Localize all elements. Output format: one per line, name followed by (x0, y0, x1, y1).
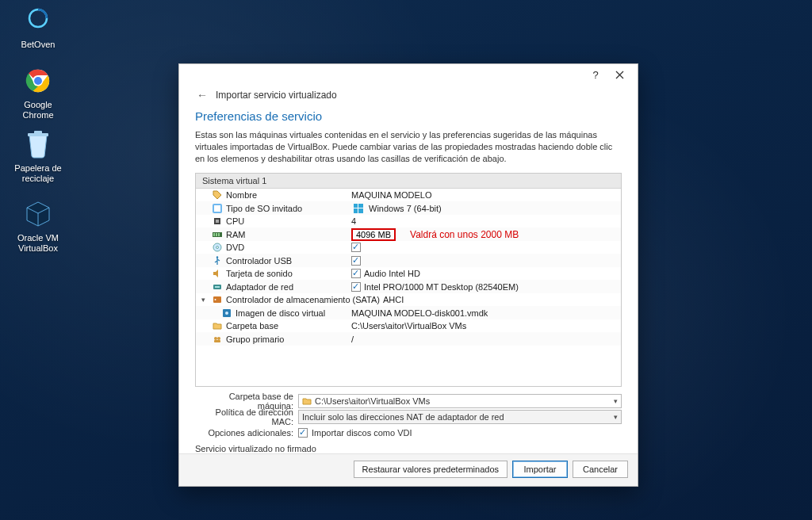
svg-rect-22 (215, 286, 220, 288)
settings-table: Sistema virtual 1 Nombre MAQUINA MODELO … (195, 173, 622, 387)
svg-rect-8 (354, 204, 358, 208)
close-button[interactable] (607, 66, 631, 85)
chevron-down-icon: ▾ (614, 397, 618, 405)
desktop-icon-label: BetOven (8, 40, 68, 50)
desktop-icon-betoven[interactable]: BetOven (8, 5, 68, 50)
windows-icon (351, 204, 366, 213)
row-name[interactable]: Nombre MAQUINA MODELO (196, 189, 621, 202)
desktop-icon-label: Oracle VM VirtualBox (8, 233, 68, 253)
storage-icon (210, 295, 224, 304)
cpu-icon (210, 216, 224, 226)
back-arrow-icon[interactable]: ← (195, 89, 209, 101)
restore-defaults-button[interactable]: Restaurar valores predeterminados (354, 461, 508, 478)
row-ram[interactable]: RAM 4096 MB Valdrá con unos 2000 MB (196, 228, 621, 241)
desktop-icon-label: Papelera de reciclaje (8, 163, 68, 183)
cancel-button[interactable]: Cancelar (573, 461, 628, 478)
svg-point-28 (217, 337, 220, 340)
import-button[interactable]: Importar (512, 461, 568, 478)
breadcrumb: ← Importar servicio virtualizado (179, 86, 638, 106)
help-button[interactable]: ? (584, 66, 607, 85)
import-vdi-label: Importar discos como VDI (312, 428, 412, 438)
additional-options-label: Opciones adicionales: (195, 428, 298, 438)
expand-toggle[interactable]: ▾ (196, 296, 210, 304)
checkbox[interactable] (351, 256, 361, 266)
ram-annotation: Valdrá con unos 2000 MB (410, 229, 519, 240)
svg-rect-7 (214, 205, 220, 212)
base-folder-combo[interactable]: C:\Users\aitor\VirtualBox VMs ▾ (298, 394, 622, 408)
checkbox[interactable] (351, 243, 361, 252)
button-bar: Restaurar valores predeterminados Import… (179, 453, 638, 486)
row-usb[interactable]: Controlador USB (196, 254, 621, 267)
row-disk-image[interactable]: Imagen de disco virtual MAQUINA MODELO-d… (196, 306, 621, 319)
svg-point-20 (216, 256, 218, 258)
svg-rect-15 (213, 233, 215, 236)
chrome-icon (22, 65, 54, 97)
row-cpu[interactable]: CPU 4 (196, 215, 621, 228)
virtualbox-icon (22, 198, 54, 230)
import-dialog: ? ← Importar servicio virtualizado Prefe… (178, 63, 638, 487)
speaker-icon (210, 269, 224, 278)
folder-icon (302, 396, 312, 406)
desktop-icon-recycle[interactable]: Papelera de reciclaje (8, 128, 68, 183)
ram-value-highlight: 4096 MB (351, 228, 396, 241)
svg-rect-11 (358, 208, 363, 213)
app-icon (22, 5, 54, 36)
folder-icon (210, 321, 224, 331)
row-storage-controller[interactable]: ▾ Controlador de almacenamiento (SATA) A… (196, 293, 621, 307)
svg-rect-17 (218, 233, 220, 236)
svg-rect-13 (216, 220, 219, 223)
row-primary-group[interactable]: Grupo primario / (196, 332, 621, 346)
desktop-icon-label: Google Chrome (8, 100, 68, 120)
section-description: Estas son las máquinas virtuales conteni… (179, 129, 638, 173)
import-vdi-checkbox[interactable] (298, 428, 308, 438)
checkbox[interactable] (351, 269, 361, 278)
svg-point-24 (215, 299, 216, 300)
recycle-bin-icon (22, 128, 54, 160)
row-audio[interactable]: Tarjeta de sonido Audio Intel HD (196, 267, 621, 281)
svg-rect-9 (358, 204, 363, 208)
titlebar: ? (179, 64, 638, 86)
row-os[interactable]: Tipo de SO invitado Windows 7 (64-bit) (196, 201, 621, 215)
group-icon (210, 335, 224, 344)
checkbox[interactable] (351, 282, 361, 292)
mac-policy-label: Política de dirección MAC: (195, 407, 298, 426)
row-dvd[interactable]: DVD (196, 241, 621, 254)
form-area: Carpeta base de máquina: C:\Users\aitor\… (195, 393, 622, 441)
svg-rect-16 (216, 233, 217, 236)
unsigned-notice: Servicio virtualizado no firmado (195, 444, 622, 453)
chevron-down-icon: ▾ (614, 413, 618, 421)
desktop-icon-chrome[interactable]: Google Chrome (8, 65, 68, 120)
svg-rect-5 (34, 131, 42, 134)
mac-policy-combo[interactable]: Incluir solo las direcciones NAT de adap… (298, 410, 622, 424)
svg-rect-29 (214, 340, 220, 342)
desktop-icon-virtualbox[interactable]: Oracle VM VirtualBox (8, 198, 68, 253)
svg-rect-10 (354, 208, 358, 213)
disk-image-icon (220, 308, 234, 318)
tag-icon (210, 190, 224, 200)
row-base-folder[interactable]: Carpeta base C:\Users\aitor\VirtualBox V… (196, 319, 621, 333)
svg-point-26 (225, 312, 228, 315)
row-network[interactable]: Adaptador de red Intel PRO/1000 MT Deskt… (196, 280, 621, 293)
svg-point-27 (214, 337, 217, 340)
breadcrumb-title: Importar servicio virtualizado (216, 90, 337, 101)
network-icon (210, 282, 224, 292)
os-icon (210, 204, 224, 213)
usb-icon (210, 256, 224, 266)
ram-icon (210, 230, 224, 239)
disc-icon (210, 243, 224, 252)
svg-point-19 (216, 247, 219, 249)
desktop: BetOven Google Chrome Papelera de recicl… (0, 0, 812, 520)
settings-group-header: Sistema virtual 1 (196, 174, 621, 189)
section-title: Preferencias de servicio (179, 106, 638, 129)
